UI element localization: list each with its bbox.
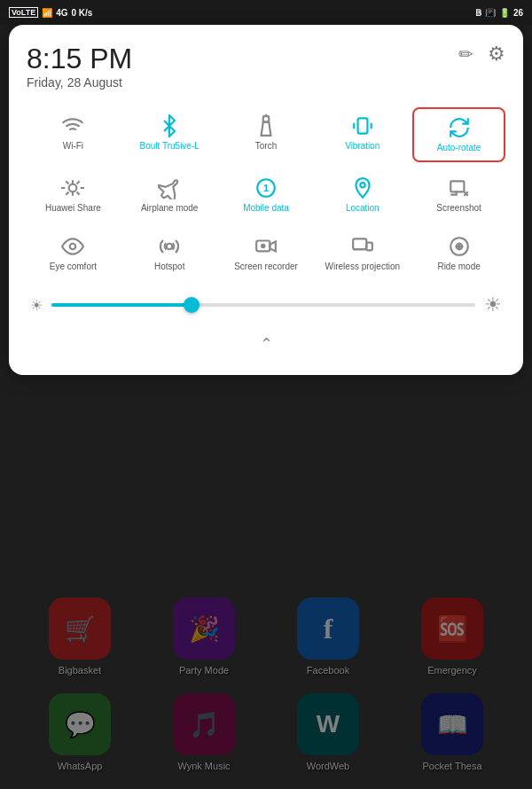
svg-point-3 <box>69 184 77 192</box>
brightness-row: ☀ ☀ <box>27 293 505 316</box>
airplane-icon <box>158 176 181 199</box>
qs-hotspot[interactable]: Hotspot <box>123 228 216 279</box>
eyecomfort-icon <box>61 235 84 258</box>
svg-marker-13 <box>270 242 276 252</box>
svg-rect-15 <box>353 238 366 249</box>
collapse-arrow-container[interactable]: ⌃ <box>27 331 505 357</box>
bluetooth-status: 𝔹 <box>475 8 481 18</box>
current-date: Friday, 28 August <box>27 75 132 90</box>
settings-icon[interactable]: ⚙ <box>488 43 505 66</box>
qs-vibration[interactable]: Vibration <box>316 107 409 162</box>
svg-point-10 <box>70 244 76 250</box>
qs-screenrecorder[interactable]: Screen recorder <box>220 228 313 279</box>
quick-settings-grid: Wi-Fi Boult Tru5ive-L Torch Vibration <box>27 107 505 279</box>
huaweishare-icon <box>61 176 84 199</box>
panel-header: 8:15 PM Friday, 28 August ✏ ⚙ <box>27 43 505 90</box>
brightness-min-icon: ☀ <box>30 297 43 314</box>
wirelessprojection-label: Wireless projection <box>325 262 400 272</box>
svg-rect-16 <box>366 243 372 251</box>
airplanemode-label: Airplane mode <box>141 203 198 214</box>
eyecomfort-label: Eye comfort <box>50 262 97 272</box>
qs-autorotate[interactable]: Auto-rotate <box>412 107 505 162</box>
autorotate-icon <box>448 116 471 139</box>
network-type: 4G <box>56 8 67 18</box>
time-block: 8:15 PM Friday, 28 August <box>27 43 132 90</box>
location-icon <box>351 176 374 199</box>
qs-bluetooth[interactable]: Boult Tru5ive-L <box>123 107 216 162</box>
collapse-arrow-icon: ⌃ <box>260 334 273 354</box>
qs-ridemode[interactable]: Ride mode <box>412 228 505 279</box>
brightness-slider-fill <box>51 303 192 307</box>
current-time: 8:15 PM <box>27 43 132 75</box>
ridemode-label: Ride mode <box>437 262 480 272</box>
wirelessprojection-icon <box>351 235 374 258</box>
status-bar: VoLTE 📶 4G 0 K/s 𝔹 📳 🔋 26 <box>0 0 532 25</box>
screenshot-icon <box>448 176 471 199</box>
edit-icon[interactable]: ✏ <box>458 43 473 65</box>
svg-point-11 <box>167 244 173 250</box>
status-left: VoLTE 📶 4G 0 K/s <box>9 7 92 18</box>
svg-rect-7 <box>450 181 464 191</box>
autorotate-label: Auto-rotate <box>437 143 481 153</box>
qs-torch[interactable]: Torch <box>220 107 313 162</box>
qs-eyecomfort[interactable]: Eye comfort <box>27 228 120 279</box>
wifi-label: Wi-Fi <box>63 141 83 152</box>
vibration-status: 📳 <box>485 8 496 18</box>
qs-screenshot[interactable]: Screenshot <box>412 169 505 221</box>
battery-icon: 🔋 <box>499 8 510 18</box>
ridemode-icon <box>448 235 471 258</box>
qs-huaweishare[interactable]: Huawei Share <box>27 169 120 221</box>
mobiledata-icon: 1 <box>254 176 278 199</box>
huaweishare-label: Huawei Share <box>45 203 101 214</box>
hotspot-label: Hotspot <box>154 262 184 272</box>
bluetooth-label: Boult Tru5ive-L <box>140 141 200 152</box>
svg-point-14 <box>262 245 264 247</box>
svg-text:1: 1 <box>263 183 269 193</box>
wifi-icon <box>61 114 84 137</box>
status-right: 𝔹 📳 🔋 26 <box>475 8 523 18</box>
svg-rect-2 <box>357 118 367 133</box>
data-speed: 0 K/s <box>72 8 93 18</box>
hotspot-icon <box>158 235 181 258</box>
quick-settings-panel: 8:15 PM Friday, 28 August ✏ ⚙ Wi-Fi Boul… <box>9 25 523 375</box>
qs-location[interactable]: Location <box>316 169 409 221</box>
vibration-icon <box>351 114 374 137</box>
header-icons: ✏ ⚙ <box>458 43 505 66</box>
brightness-slider-track[interactable] <box>51 303 475 307</box>
mobiledata-label: Mobile data <box>243 203 289 214</box>
brightness-thumb[interactable] <box>184 297 200 313</box>
signal-bars: 📶 <box>42 8 52 18</box>
screenrecorder-label: Screen recorder <box>234 262 298 272</box>
brightness-max-icon: ☀ <box>484 293 502 316</box>
torch-icon <box>254 114 278 137</box>
qs-wifi[interactable]: Wi-Fi <box>27 107 120 162</box>
screenshot-label: Screenshot <box>436 203 481 214</box>
bluetooth-icon <box>158 114 181 137</box>
torch-label: Torch <box>255 141 277 152</box>
screenrecorder-icon <box>254 235 278 258</box>
battery-level: 26 <box>513 8 523 18</box>
qs-airplanemode[interactable]: Airplane mode <box>123 169 216 221</box>
vibration-label: Vibration <box>345 141 379 152</box>
volte-indicator: VoLTE <box>9 7 38 18</box>
svg-point-6 <box>360 183 364 187</box>
qs-mobiledata[interactable]: 1 Mobile data <box>220 169 313 221</box>
qs-wirelessprojection[interactable]: Wireless projection <box>316 228 409 279</box>
location-label: Location <box>346 203 379 214</box>
